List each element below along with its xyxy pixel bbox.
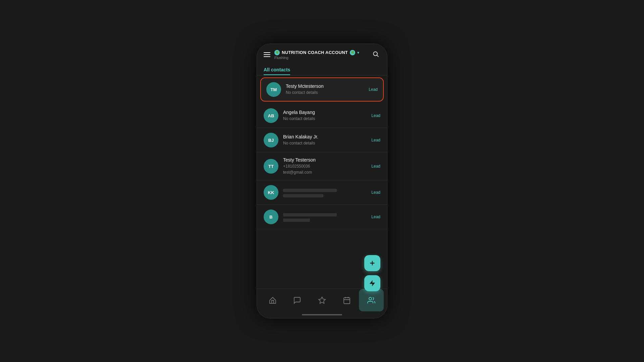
contact-detail-ab: No contact details — [283, 116, 369, 122]
contact-name-ab: Angela Bayang — [283, 110, 369, 115]
contact-info-b — [283, 212, 369, 222]
contact-info-tt: Testy Testerson +18102550036 test@gmail.… — [283, 157, 369, 175]
contact-redacted-kk — [283, 189, 337, 192]
svg-point-0 — [373, 52, 377, 56]
all-contacts-label: All contacts — [264, 67, 290, 75]
contact-redacted-kk-2 — [283, 194, 323, 197]
contact-badge-bj: Lead — [371, 138, 380, 142]
nav-messages[interactable] — [285, 289, 310, 311]
contact-name-tm: Testy Mctesterson — [286, 83, 366, 89]
contact-email-tt: test@gmail.com — [283, 169, 369, 175]
contact-name-bj: Brian Kalakay Jr. — [283, 134, 369, 139]
contact-name-tt: Testy Testerson — [283, 157, 369, 163]
contact-badge-b: Lead — [371, 215, 380, 219]
home-indicator — [257, 311, 387, 318]
nav-contacts[interactable] — [359, 289, 384, 311]
contact-redacted-b-2 — [283, 219, 310, 222]
contact-detail-tm: No contact details — [286, 89, 366, 96]
contact-badge-tm: Lead — [369, 87, 378, 92]
avatar-tm: TM — [266, 82, 281, 97]
svg-point-10 — [369, 297, 372, 300]
nav-calendar[interactable] — [334, 289, 359, 311]
hamburger-menu-icon[interactable] — [264, 52, 270, 57]
contact-badge-tt: Lead — [371, 164, 380, 169]
account-name: NUTRITION COACH ACCOUNT — [282, 50, 348, 55]
contact-badge-ab: Lead — [371, 113, 380, 118]
account-badge-icon: 🌿 — [350, 50, 355, 55]
contact-detail-bj: No contact details — [283, 140, 369, 146]
svg-rect-6 — [344, 298, 350, 304]
add-contact-button[interactable] — [364, 255, 380, 271]
avatar-ab: AB — [264, 108, 278, 123]
contact-row-kk[interactable]: KK Lead — [257, 180, 387, 205]
contact-row-highlighted[interactable]: TM Testy Mctesterson No contact details … — [260, 77, 384, 102]
bottom-nav — [257, 289, 387, 311]
header-left: 🌿 NUTRITION COACH ACCOUNT 🌿 ▾ Flushing — [264, 50, 359, 60]
search-button[interactable] — [371, 49, 380, 60]
avatar-bj: BJ — [264, 133, 278, 147]
header: 🌿 NUTRITION COACH ACCOUNT 🌿 ▾ Flushing — [257, 44, 387, 64]
avatar-kk: KK — [264, 185, 278, 200]
account-title-row[interactable]: 🌿 NUTRITION COACH ACCOUNT 🌿 ▾ — [274, 50, 359, 55]
contact-info-ab: Angela Bayang No contact details — [283, 110, 369, 122]
contact-phone-tt: +18102550036 — [283, 163, 369, 169]
contact-row-ab[interactable]: AB Angela Bayang No contact details Lead — [257, 104, 387, 128]
location-label: Flushing — [274, 56, 359, 60]
nav-home[interactable] — [260, 289, 285, 311]
contact-info-tm: Testy Mctesterson No contact details — [286, 83, 366, 96]
contact-badge-kk: Lead — [371, 190, 380, 195]
contact-info-kk — [283, 187, 369, 197]
account-title-block: 🌿 NUTRITION COACH ACCOUNT 🌿 ▾ Flushing — [274, 50, 359, 60]
contact-row-bj[interactable]: BJ Brian Kalakay Jr. No contact details … — [257, 128, 387, 153]
phone-frame: 🌿 NUTRITION COACH ACCOUNT 🌿 ▾ Flushing A… — [257, 44, 387, 318]
avatar-tt: TT — [264, 159, 278, 174]
account-avatar-icon: 🌿 — [274, 50, 280, 55]
avatar-b: B — [264, 209, 278, 224]
quick-action-button[interactable] — [364, 275, 380, 291]
chevron-down-icon[interactable]: ▾ — [357, 50, 359, 55]
contact-row-b[interactable]: B Lead — [257, 205, 387, 229]
contact-info-bj: Brian Kalakay Jr. No contact details — [283, 134, 369, 146]
svg-marker-5 — [319, 297, 325, 303]
nav-favorites[interactable] — [310, 289, 334, 311]
svg-marker-4 — [370, 280, 375, 286]
section-header: All contacts — [257, 64, 387, 75]
contact-row-tt[interactable]: TT Testy Testerson +18102550036 test@gma… — [257, 153, 387, 180]
fab-container — [364, 255, 380, 291]
screen: 🌿 NUTRITION COACH ACCOUNT 🌿 ▾ Flushing A… — [257, 44, 387, 318]
home-pill — [302, 314, 342, 315]
svg-line-1 — [377, 55, 379, 57]
contact-redacted-b — [283, 213, 337, 217]
